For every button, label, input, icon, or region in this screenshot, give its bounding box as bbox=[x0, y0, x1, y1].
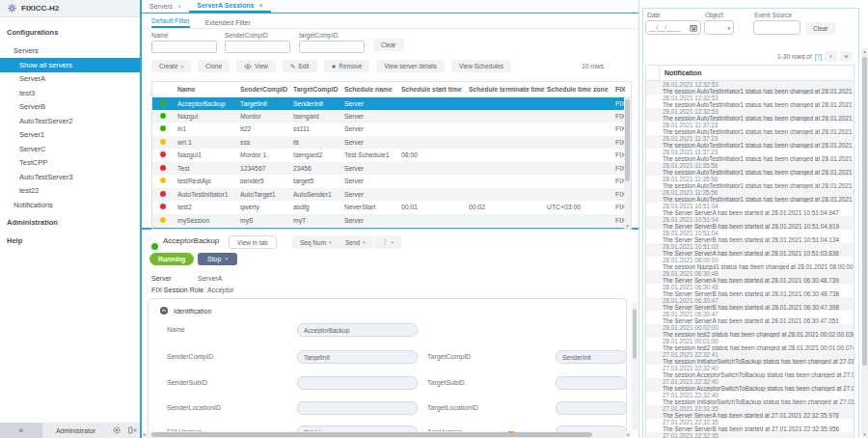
detail-scrollbar[interactable] bbox=[632, 303, 637, 429]
notification-item[interactable]: 28.01.2021 10:51:04 The Server ServerB h… bbox=[646, 230, 854, 243]
close-icon[interactable]: × bbox=[177, 3, 181, 10]
notification-item[interactable]: 27.01.2021 22:32:35 The Server ServerA h… bbox=[646, 405, 854, 419]
notification-item[interactable]: 28.01.2021 08:00:00 The session Nazgul1 … bbox=[646, 257, 854, 270]
table-row[interactable]: testRestApi sender5 target5 Server FIX bbox=[152, 175, 632, 188]
notification-item[interactable]: 28.01.2021 11:35:56 The session AutoTest… bbox=[646, 176, 854, 189]
clear-notifications-filter-button[interactable]: Clear bbox=[805, 22, 836, 35]
next-page-button[interactable]: › bbox=[825, 51, 837, 62]
stop-button[interactable]: Stop ▾ bbox=[198, 253, 237, 265]
calendar-icon[interactable] bbox=[690, 24, 697, 32]
table-row[interactable]: mySession myS myT Server FIX bbox=[152, 214, 632, 228]
senderlocationid-input[interactable] bbox=[297, 401, 418, 415]
sendercompid-input[interactable] bbox=[297, 350, 418, 364]
send-button[interactable]: Send ▾ bbox=[338, 235, 373, 249]
event-source-input[interactable] bbox=[753, 20, 800, 35]
column-header-fix[interactable]: FIX bbox=[613, 82, 632, 96]
settings-gear-icon[interactable] bbox=[109, 426, 124, 434]
sidebar-item-server[interactable]: test3 bbox=[0, 86, 140, 100]
scrollbar-thumb[interactable] bbox=[633, 309, 637, 359]
sendercompid-filter-input[interactable] bbox=[225, 41, 290, 53]
logout-icon[interactable] bbox=[124, 426, 140, 434]
tab-extended-filter[interactable]: Extended Filter bbox=[205, 19, 251, 28]
tab-default-filter[interactable]: Default Filter bbox=[151, 17, 190, 28]
notification-item[interactable]: 28.01.2021 11:37:23 The session AutoTest… bbox=[646, 122, 854, 135]
sidebar-item-servers[interactable]: Servers bbox=[0, 43, 140, 58]
notification-item[interactable]: 28.01.2021 10:51:04 The Server ServerB h… bbox=[646, 216, 854, 230]
column-header-name[interactable]: Name bbox=[176, 82, 238, 96]
sidebar-item-show-all-servers[interactable]: Show all servers bbox=[0, 58, 140, 72]
notification-item[interactable]: 28.01.2021 12:32:53 The session AutoTest… bbox=[646, 108, 854, 122]
date-field[interactable]: __/__/____ bbox=[645, 20, 701, 35]
sidebar-item-notifications[interactable]: Notifications bbox=[0, 198, 140, 212]
name-filter-input[interactable] bbox=[151, 41, 217, 53]
table-row[interactable]: Test 1234567 23456 Server FIX bbox=[152, 162, 632, 176]
remove-button[interactable]: ✖ Remove bbox=[324, 60, 370, 72]
table-row[interactable]: AutoTestInitiator1 AutoTarget1 AutoSende… bbox=[152, 188, 632, 202]
sidebar-item-server[interactable]: AutoTestServer2 bbox=[0, 114, 140, 128]
targetcompid-input[interactable] bbox=[556, 350, 627, 364]
collapse-section-icon[interactable] bbox=[160, 307, 168, 315]
clear-filters-button[interactable]: Clear bbox=[373, 39, 404, 51]
more-actions-button[interactable]: ⋮ ▾ bbox=[374, 235, 401, 249]
page-scrollbar[interactable]: ▴ ▾ bbox=[861, 48, 868, 438]
sidebar-item-server[interactable]: AutoTestServer3 bbox=[0, 170, 140, 184]
targetlocationid-input[interactable] bbox=[556, 401, 627, 415]
pagination-total-link[interactable]: [?] bbox=[815, 53, 822, 60]
create-button[interactable]: Create ▾ bbox=[151, 60, 191, 72]
notification-item[interactable]: 28.01.2021 06:30:47 The Server ServerA h… bbox=[646, 311, 854, 324]
column-header-schedule-name[interactable]: Schedule name bbox=[342, 82, 399, 96]
notification-item[interactable]: 28.01.2021 12:32:53 The session AutoTest… bbox=[646, 81, 854, 95]
tab-servers[interactable]: Servers × bbox=[142, 0, 189, 13]
notification-item[interactable]: 27.01.2021 22:32:35 The Server ServerB h… bbox=[646, 419, 854, 432]
notification-item[interactable]: 28.01.2021 00:02:00 The session test2 st… bbox=[646, 324, 854, 338]
column-header-schedule-start[interactable]: Schedule start time bbox=[399, 82, 467, 96]
notification-item[interactable]: 27.01.2021 22:32:40 The session Initiato… bbox=[646, 392, 854, 405]
notification-item[interactable]: 28.01.2021 10:51:03 The Server ServerA h… bbox=[646, 243, 854, 257]
column-header-targetcompid[interactable]: TargetCompID bbox=[291, 82, 342, 96]
table-row[interactable]: Nazgul1 Mordor 1 Isengard2 Test Schedule… bbox=[152, 149, 632, 162]
notification-item[interactable]: 27.01.2021 22:32:41 The session Initiato… bbox=[646, 351, 854, 365]
last-page-button[interactable]: » bbox=[840, 51, 853, 62]
view-button[interactable]: View bbox=[236, 60, 276, 72]
targetcompid-filter-input[interactable] bbox=[299, 41, 365, 53]
notification-item[interactable]: 27.01.2021 22:32:40 The session Acceptor… bbox=[646, 365, 854, 378]
notification-item[interactable]: 28.01.2021 00:01:00 The session test2 st… bbox=[646, 338, 854, 351]
notification-item[interactable]: 28.01.2021 06:30:48 The Server ServerA h… bbox=[646, 270, 854, 284]
sidebar-collapse-button[interactable]: « bbox=[0, 423, 42, 438]
table-row[interactable]: test2 qwerty asdfg NeverStart 00:01 00:0… bbox=[152, 201, 632, 214]
view-server-details-button[interactable]: View server details bbox=[376, 60, 444, 72]
notification-item[interactable]: 28.01.2021 12:32:53 The session AutoTest… bbox=[646, 95, 854, 108]
close-icon[interactable]: × bbox=[259, 2, 263, 9]
sidebar-item-administration[interactable]: Administration bbox=[0, 215, 140, 230]
scrollbar-thumb[interactable] bbox=[862, 57, 867, 366]
sidebar-item-help[interactable]: Help bbox=[0, 233, 140, 248]
sidebar-item-server[interactable]: ServerB bbox=[0, 100, 140, 115]
table-row[interactable]: AcceptorBackup TargetInit SenderInit Ser… bbox=[152, 96, 632, 110]
notification-item[interactable]: 28.01.2021 11:35:56 The session AutoTest… bbox=[646, 162, 854, 176]
sendersubid-input[interactable] bbox=[297, 376, 418, 390]
sidebar-item-server[interactable]: ServerA bbox=[0, 72, 140, 87]
notification-item[interactable]: 28.01.2021 10:51:04 The Server ServerA h… bbox=[646, 203, 854, 216]
notification-item[interactable]: 28.01.2021 11:37:23 The session AutoTest… bbox=[646, 149, 854, 162]
sidebar-item-configurations[interactable]: Configurations bbox=[0, 25, 140, 40]
name-input[interactable] bbox=[297, 323, 418, 337]
notification-item[interactable]: 28.01.2021 06:30:47 The Server ServerB h… bbox=[646, 297, 854, 311]
scrollbar-thumb[interactable] bbox=[151, 432, 592, 437]
table-row[interactable]: Nazgul Mordor Isengard Server FIX bbox=[152, 110, 632, 123]
scroll-down-icon[interactable]: ▾ bbox=[861, 431, 868, 438]
column-header-schedule-terminate[interactable]: Schedule terminate time bbox=[467, 82, 545, 96]
seq-num-button[interactable]: Seq Num ▾ bbox=[292, 235, 339, 249]
edit-button[interactable]: ✎ Edit bbox=[283, 60, 317, 72]
scrollbar-thumb[interactable] bbox=[625, 99, 630, 181]
tab-servera-sessions[interactable]: ServerA Sessions × bbox=[189, 0, 270, 13]
table-scrollbar[interactable]: ▴ ▾ bbox=[624, 96, 631, 229]
scroll-right-icon[interactable]: ▸ bbox=[627, 431, 630, 438]
sidebar-item-server[interactable]: TestCPP bbox=[0, 156, 140, 171]
notification-item[interactable]: 28.01.2021 11:35:56 The session AutoTest… bbox=[646, 189, 854, 203]
view-in-tab-button[interactable]: View in tab bbox=[229, 235, 277, 249]
notification-item[interactable]: 28.01.2021 06:30:48 The Server ServerB h… bbox=[646, 284, 854, 297]
sidebar-item-server[interactable]: ServerC bbox=[0, 142, 140, 156]
notification-item[interactable]: 28.01.2021 11:37:23 The session AutoTest… bbox=[646, 135, 854, 149]
clone-button[interactable]: Clone bbox=[198, 60, 230, 72]
table-row[interactable]: in1 tt22 ss111 Server FIX bbox=[152, 123, 632, 136]
